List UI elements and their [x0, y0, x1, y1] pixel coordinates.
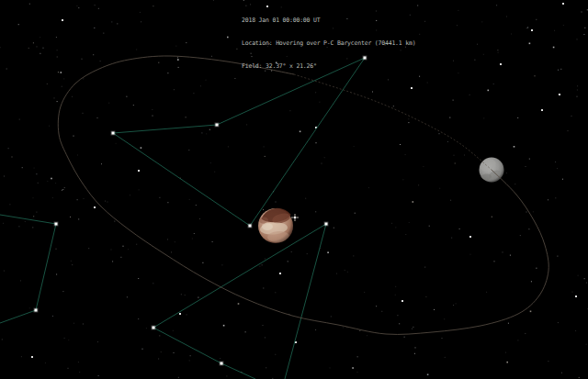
star: [83, 78, 84, 79]
star: [21, 356, 22, 357]
star: [486, 292, 487, 293]
star: [404, 337, 405, 338]
star: [457, 25, 458, 26]
star: [211, 56, 212, 57]
star: [541, 109, 543, 111]
star: [71, 261, 72, 262]
star: [62, 189, 63, 190]
star: [395, 286, 396, 287]
star: [77, 155, 78, 156]
star: [29, 307, 30, 308]
star: [439, 188, 440, 189]
star: [209, 129, 210, 130]
star: [264, 146, 265, 147]
star: [555, 197, 556, 198]
star: [526, 212, 527, 213]
star: [62, 291, 63, 292]
star: [62, 190, 62, 191]
star: [395, 295, 396, 295]
star: [181, 294, 182, 295]
star: [20, 280, 21, 281]
star: [560, 69, 561, 70]
star: [19, 119, 20, 120]
star: [47, 84, 48, 84]
star: [548, 199, 548, 200]
star: [526, 166, 526, 167]
star: [200, 85, 201, 86]
star: [74, 136, 74, 137]
star: [52, 316, 53, 317]
star: [37, 46, 38, 47]
star: [146, 328, 147, 329]
star: [517, 340, 518, 340]
star: [307, 253, 308, 254]
orbit-layer: [58, 56, 548, 334]
star: [575, 330, 576, 331]
star: [220, 358, 220, 359]
star: [418, 184, 419, 185]
star: [427, 373, 429, 375]
star: [470, 254, 471, 255]
sky-viewport[interactable]: 2018 Jan 01 00:00:00 UT Location: Hoveri…: [0, 0, 588, 379]
star: [345, 270, 345, 271]
star: [101, 163, 102, 164]
star: [409, 222, 410, 223]
star: [354, 146, 355, 147]
star: [114, 221, 115, 222]
star: [511, 34, 512, 35]
star: [226, 375, 227, 376]
star: [161, 351, 162, 352]
star: [419, 76, 420, 77]
star: [78, 218, 79, 219]
star: [265, 259, 266, 260]
star: [108, 103, 109, 104]
star: [492, 217, 492, 217]
star: [213, 0, 214, 1]
star: [192, 239, 193, 240]
star: [83, 324, 84, 325]
star: [527, 28, 528, 28]
star: [558, 70, 559, 71]
star: [82, 59, 83, 60]
star: [28, 48, 29, 49]
star: [474, 60, 475, 61]
star: [586, 344, 587, 345]
star: [568, 130, 569, 131]
star: [167, 202, 168, 203]
star: [49, 126, 50, 127]
star: [56, 249, 57, 250]
star: [107, 202, 107, 203]
star: [577, 96, 578, 97]
star: [177, 57, 178, 58]
star: [57, 57, 58, 58]
star: [445, 357, 446, 358]
star: [196, 205, 197, 206]
star: [319, 102, 320, 103]
vertex-star: [153, 327, 155, 329]
star: [558, 322, 559, 323]
star: [514, 146, 515, 148]
star: [493, 84, 494, 84]
star: [494, 261, 495, 262]
star: [55, 183, 56, 184]
star: [193, 93, 194, 94]
star: [453, 305, 454, 306]
star: [536, 19, 537, 20]
hud-overlay: 2018 Jan 01 00:00:00 UT Location: Hoveri…: [242, 1, 415, 85]
star: [459, 229, 460, 229]
star: [57, 101, 58, 102]
constellation-segment: [0, 310, 36, 323]
star: [263, 209, 264, 210]
star: [246, 124, 247, 125]
star: [186, 117, 187, 117]
star: [234, 78, 235, 79]
body-pluto[interactable]: [258, 202, 293, 243]
star: [563, 25, 564, 26]
star: [111, 21, 112, 22]
star: [12, 157, 13, 158]
constellation-lines-layer: [0, 58, 365, 379]
star: [52, 197, 53, 198]
star: [152, 109, 153, 110]
star: [79, 372, 80, 373]
star: [531, 281, 532, 282]
